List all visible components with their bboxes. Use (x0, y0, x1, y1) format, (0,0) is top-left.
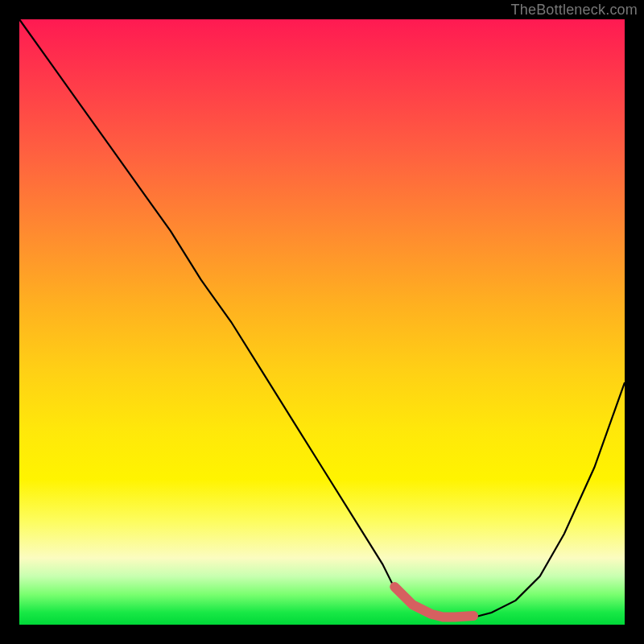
attribution-text: TheBottleneck.com (511, 2, 638, 19)
bottleneck-curve (19, 19, 625, 619)
chart-overlay (19, 19, 625, 625)
chart-frame (19, 19, 625, 625)
flat-region-marker (394, 587, 473, 617)
